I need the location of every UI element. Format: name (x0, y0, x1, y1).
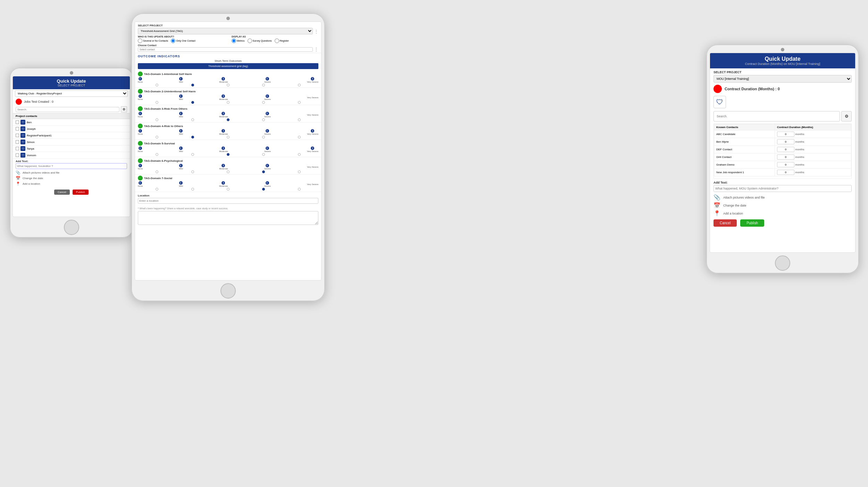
contact-more-icon[interactable]: ⋮ (314, 47, 318, 52)
domain-7-radio-severe[interactable] (262, 188, 265, 191)
domain-5-radio-severe[interactable] (262, 153, 265, 156)
who-several-option[interactable]: Several or No Contacts (138, 39, 168, 43)
domain-6-radio-moderate[interactable] (227, 170, 229, 173)
left-search-input[interactable] (16, 107, 119, 112)
domain-4-radio-very-severe[interactable] (298, 136, 301, 138)
months-input-1[interactable] (777, 132, 794, 137)
contact-name-1: Ben (27, 121, 32, 124)
left-tablet-home-button[interactable] (64, 220, 79, 235)
contact-checkbox-6[interactable] (16, 153, 19, 157)
right-search-input[interactable] (713, 111, 840, 121)
right-location-row: 📍 Add a location (713, 210, 852, 217)
list-item: 🛡 RegisterParticipant1 (13, 132, 130, 139)
domain-5-title: TAG-Domain 5-Survival (138, 141, 318, 146)
contact-checkbox-4[interactable] (16, 140, 19, 144)
domain-5-radio-very-severe[interactable] (298, 153, 301, 156)
right-indicator-text: Contract Duration (Months) : 0 (725, 87, 780, 91)
left-tablet-screen: Quick Update SELECT PROJECT Walking Club… (12, 76, 130, 217)
domain-3-radio-very-severe[interactable] (298, 118, 301, 121)
domain-3-radio-severe[interactable] (262, 118, 265, 121)
domain-6-title: TAG-Domain 6-Psychological (138, 158, 318, 163)
right-publish-button[interactable]: Publish (740, 219, 764, 227)
display-register-option[interactable]: Register (275, 39, 289, 43)
left-contacts-list: 🛡 Ben 🛡 Joseph 🛡 RegisterParticipant1 🛡 (13, 119, 130, 159)
domain-4-radio-moderate[interactable] (227, 136, 229, 138)
list-item: 🛡 Simon (13, 139, 130, 145)
table-row: Ben Myrie months (714, 138, 851, 146)
domain-1-radio-severe[interactable] (262, 84, 265, 86)
domain-3-radio-none[interactable] (156, 118, 158, 121)
right-project-dropdown[interactable]: MOU [Internal Training] (713, 75, 852, 83)
domain-2-radio-none[interactable] (156, 101, 158, 104)
right-tablet-home-button[interactable] (775, 255, 790, 271)
shield-icon-2: 🛡 (20, 126, 25, 131)
center-project-dropdown[interactable]: Threshold Assessment Grid (TAG) (138, 28, 313, 34)
display-metrics-option[interactable]: Metrics (232, 39, 245, 43)
domain-6-radio-severe[interactable] (262, 170, 265, 173)
left-filter-icon[interactable]: ⚙ (121, 106, 127, 112)
months-label-2: months (795, 140, 804, 143)
contact-row-value-3: months (775, 146, 851, 153)
right-add-text-section: Add Text: (713, 181, 852, 192)
domain-2-radio-very-severe[interactable] (298, 101, 301, 104)
contact-row-value-1: months (775, 131, 851, 138)
domain-7-radio-very-severe[interactable] (298, 188, 301, 191)
contact-name-3: RegisterParticipant1 (27, 134, 52, 137)
months-input-2[interactable] (777, 139, 794, 144)
months-input-6[interactable] (777, 170, 794, 175)
center-happening-textarea[interactable] (138, 211, 318, 225)
months-input-5[interactable] (777, 162, 794, 167)
months-input-3[interactable] (777, 147, 794, 152)
domain-1-radio-mild[interactable] (191, 84, 194, 86)
center-tablet-home-button[interactable] (220, 283, 236, 299)
shield-icon-6: 🛡 (20, 153, 25, 158)
domain-2-radio-severe[interactable] (262, 101, 265, 104)
domain-7-radio-none[interactable] (156, 188, 158, 191)
contact-row-name-2: Ben Myrie (714, 138, 775, 146)
left-publish-button[interactable]: Publish (73, 190, 89, 195)
domain-3-radio-moderate[interactable] (227, 118, 229, 121)
domain-3-radio-mild[interactable] (191, 118, 194, 121)
center-location-input[interactable] (138, 198, 318, 204)
domain-5-radio-moderate[interactable] (227, 153, 229, 156)
right-cancel-button[interactable]: Cancel (713, 219, 737, 227)
domain-3-indicator (138, 106, 143, 111)
choose-contact-label: Choose Contact (138, 44, 318, 47)
contact-name-6: Vomom (27, 154, 36, 157)
right-paperclip-icon: 📎 (713, 194, 720, 201)
center-tablet: SELECT PROJECT Threshold Assessment Grid… (131, 13, 325, 301)
domain-5-radio-none[interactable] (156, 153, 158, 156)
domain-4-radio-none[interactable] (156, 136, 158, 138)
domain-1-indicator (138, 72, 143, 76)
right-text-input[interactable] (713, 185, 852, 192)
domain-6-radio-very-severe[interactable] (298, 170, 301, 173)
contact-checkbox-3[interactable] (16, 134, 19, 137)
who-one-option[interactable]: Only One Contact (171, 39, 195, 43)
domain-2-radio-moderate[interactable] (227, 101, 229, 104)
contact-checkbox-1[interactable] (16, 120, 19, 124)
domain-4-radio-severe[interactable] (262, 136, 265, 138)
domain-4-radio-mild[interactable] (191, 136, 194, 138)
left-project-dropdown[interactable]: Walking Club - RegisterStoryProject (15, 90, 128, 97)
domain-6-radio-mild[interactable] (191, 170, 194, 173)
domain-7-radio-moderate[interactable] (227, 188, 229, 191)
display-survey-option[interactable]: Survey Questions (248, 39, 272, 43)
domain-1-radio-none[interactable] (156, 84, 158, 86)
months-input-4[interactable] (777, 154, 794, 160)
domain-1-radio-moderate[interactable] (227, 84, 229, 86)
left-cancel-button[interactable]: Cancel (54, 190, 70, 195)
right-select-project-label: SELECT PROJECT (713, 70, 852, 74)
right-calendar-icon: 📅 (713, 202, 720, 209)
location-icon: 📍 (16, 182, 20, 186)
left-text-input[interactable] (16, 163, 127, 169)
domain-1-radio-very-severe[interactable] (298, 84, 301, 86)
domain-6-radio-none[interactable] (156, 170, 158, 173)
more-icon[interactable]: ⋮ (314, 29, 318, 34)
domain-7-radio-mild[interactable] (191, 188, 194, 191)
right-filter-icon[interactable]: ⚙ (841, 111, 852, 121)
contact-checkbox-2[interactable] (16, 127, 19, 131)
choose-contact-input[interactable] (138, 47, 313, 52)
domain-2-radio-mild[interactable] (191, 101, 194, 104)
contact-checkbox-5[interactable] (16, 147, 19, 150)
domain-5-radio-mild[interactable] (191, 153, 194, 156)
